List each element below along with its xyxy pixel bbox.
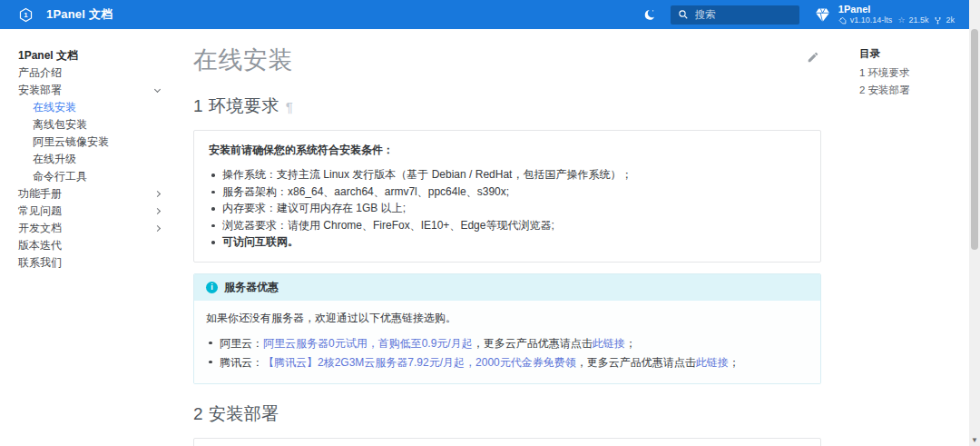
dark-mode-toggle-icon[interactable] xyxy=(642,8,656,22)
discount-suffix: ； xyxy=(729,356,740,369)
fork-icon xyxy=(934,16,942,25)
repo-version: v1.10.14-lts xyxy=(850,15,893,25)
admonition-title: 服务器优惠 xyxy=(224,280,279,295)
page-title: 在线安装 xyxy=(193,44,821,76)
tencent-offer-link[interactable]: 【腾讯云】2核2G3M云服务器7.92元/月起，2000元代金券免费领 xyxy=(263,356,576,369)
sidebar-item-online-upgrade[interactable]: 在线升级 xyxy=(18,151,163,168)
chevron-right-icon xyxy=(154,225,161,232)
sidebar-item-label: 在线安装 xyxy=(33,100,76,115)
sidebar-item-label: 安装部署 xyxy=(18,83,62,98)
discount-suffix: ； xyxy=(625,337,636,350)
sidebar-item-label: 联系我们 xyxy=(18,255,62,271)
tag-icon xyxy=(838,16,847,25)
sidebar-item-feature-manual[interactable]: 功能手册 xyxy=(18,185,163,203)
requirement-item: 内存要求：建议可用内存在 1GB 以上; xyxy=(209,200,806,217)
aliyun-offer-link[interactable]: 阿里云服务器0元试用，首购低至0.9元/月起 xyxy=(263,337,473,350)
sidebar-item-aliyun-image-install[interactable]: 阿里云镜像安装 xyxy=(18,134,163,151)
anchor-pilcrow[interactable]: ¶ xyxy=(286,99,294,114)
requirements-intro: 安装前请确保您的系统符合安装条件： xyxy=(209,143,806,158)
repo-logo-icon xyxy=(814,6,831,24)
search-input[interactable] xyxy=(695,9,792,20)
discount-item-tencent: 腾讯云：【腾讯云】2核2G3M云服务器7.92元/月起，2000元代金券免费领，… xyxy=(206,353,808,372)
sidebar-item-product-intro[interactable]: 产品介绍 xyxy=(18,64,163,82)
sidebar-item-label: 功能手册 xyxy=(18,186,62,202)
discount-list: 阿里云：阿里云服务器0元试用，首购低至0.9元/月起，更多云产品优惠请点击此链接… xyxy=(206,334,808,372)
scrollbar-thumb[interactable] xyxy=(971,29,978,250)
star-icon: ☆ xyxy=(897,15,905,25)
sidebar-item-label: 1Panel 文档 xyxy=(18,48,78,64)
left-sidebar: 1Panel 文档 产品介绍 安装部署 在线安装 离线包安装 阿里云镜像安装 在… xyxy=(18,47,163,272)
chevron-right-icon xyxy=(154,191,161,197)
sidebar-item-label: 常见问题 xyxy=(18,203,62,219)
discount-prefix: 腾讯云： xyxy=(220,356,263,369)
sidebar-item-offline-install[interactable]: 离线包安装 xyxy=(18,116,163,134)
sidebar-item-label: 离线包安装 xyxy=(33,117,87,133)
sidebar-item-contact-us[interactable]: 联系我们 xyxy=(18,254,163,272)
toc-item-deploy[interactable]: 2 安装部署 xyxy=(859,84,966,96)
discount-prefix: 阿里云： xyxy=(220,337,263,350)
sidebar-item-install-deploy[interactable]: 安装部署 xyxy=(18,82,163,99)
requirement-item: 操作系统：支持主流 Linux 发行版本（基于 Debian / RedHat，… xyxy=(209,166,806,183)
table-of-contents: 目录 1 环境要求 2 安装部署 xyxy=(859,47,966,101)
sidebar-item-online-install[interactable]: 在线安装 xyxy=(18,99,163,116)
sidebar-item-label: 阿里云镜像安装 xyxy=(33,134,109,150)
requirements-box: 安装前请确保您的系统符合安装条件： 操作系统：支持主流 Linux 发行版本（基… xyxy=(193,130,821,263)
search-box[interactable] xyxy=(671,5,799,25)
tencent-this-link[interactable]: 此链接 xyxy=(696,356,729,369)
site-title[interactable]: 1Panel 文档 xyxy=(46,6,113,23)
repo-stars: 21.5k xyxy=(908,15,928,25)
section-heading-text: 1 环境要求 xyxy=(193,96,279,115)
section-heading-deploy: 2 安装部署 xyxy=(193,402,821,426)
app-window: 1 1Panel 文档 xyxy=(0,0,980,446)
sidebar-item-cli-tool[interactable]: 命令行工具 xyxy=(18,168,163,185)
server-discount-admonition: i 服务器优惠 如果你还没有服务器，欢迎通过以下优惠链接选购。 阿里云：阿里云服… xyxy=(193,273,821,384)
sidebar-item-release-notes[interactable]: 版本迭代 xyxy=(18,237,163,254)
requirement-item: 浏览器要求：请使用 Chrome、FireFox、IE10+、Edge等现代浏览… xyxy=(209,217,806,234)
repo-forks: 2k xyxy=(946,15,955,25)
search-icon xyxy=(678,9,689,20)
requirement-item: 服务器架构：x86_64、aarch64、armv7l、ppc64le、s390… xyxy=(209,183,806,201)
toc-item-requirements[interactable]: 1 环境要求 xyxy=(859,66,966,79)
chevron-down-icon xyxy=(154,85,161,92)
top-header: 1 1Panel 文档 xyxy=(0,0,969,29)
toc-title: 目录 xyxy=(859,47,966,61)
1panel-logo-icon[interactable]: 1 xyxy=(18,7,34,23)
scrollbar-track[interactable]: ▼ xyxy=(969,0,980,446)
section-heading-requirements: 1 环境要求¶ xyxy=(193,94,821,118)
repo-stats: v1.10.14-lts ☆ 21.5k 2k xyxy=(838,15,956,25)
discount-item-aliyun: 阿里云：阿里云服务器0元试用，首购低至0.9元/月起，更多云产品优惠请点击此链接… xyxy=(206,334,808,353)
svg-text:1: 1 xyxy=(24,11,28,19)
discount-mid: ，更多云产品优惠请点击 xyxy=(576,356,696,369)
aliyun-this-link[interactable]: 此链接 xyxy=(593,337,625,350)
requirements-list: 操作系统：支持主流 Linux 发行版本（基于 Debian / RedHat，… xyxy=(209,166,806,251)
sidebar-item-label: 开发文档 xyxy=(18,221,62,236)
sidebar-item-faq[interactable]: 常见问题 xyxy=(18,203,163,220)
repo-name: 1Panel xyxy=(838,4,956,15)
discount-mid: ，更多云产品优惠请点击 xyxy=(473,337,593,350)
scroll-down-arrow[interactable]: ▼ xyxy=(969,435,980,446)
requirement-item: 可访问互联网。 xyxy=(209,233,806,251)
sidebar-item-label: 在线升级 xyxy=(33,152,76,167)
edit-page-icon[interactable] xyxy=(807,51,819,67)
header-right: 1Panel v1.10.14-lts ☆ 21.5k xyxy=(642,4,956,25)
repo-meta: 1Panel v1.10.14-lts ☆ 21.5k xyxy=(838,4,956,25)
sidebar-item-1panel-docs[interactable]: 1Panel 文档 xyxy=(18,47,163,64)
page-title-row: 在线安装 xyxy=(193,44,821,76)
chevron-right-icon xyxy=(154,208,161,214)
admonition-title-bar: i 服务器优惠 xyxy=(194,274,820,301)
release-link-box: GitHub release 链接: https://github.com/1P… xyxy=(193,438,821,446)
main-content: 在线安装 1 环境要求¶ 安装前请确保您的系统符合安装条件： 操作系统：支持主流… xyxy=(193,29,821,446)
info-icon: i xyxy=(206,282,218,293)
admonition-body: 如果你还没有服务器，欢迎通过以下优惠链接选购。 阿里云：阿里云服务器0元试用，首… xyxy=(194,301,820,383)
sidebar-item-dev-docs[interactable]: 开发文档 xyxy=(18,220,163,237)
repo-widget[interactable]: 1Panel v1.10.14-lts ☆ 21.5k xyxy=(814,4,956,25)
admonition-intro: 如果你还没有服务器，欢迎通过以下优惠链接选购。 xyxy=(206,311,808,326)
header-left: 1 1Panel 文档 xyxy=(18,6,113,23)
sidebar-item-label: 版本迭代 xyxy=(18,238,62,253)
sidebar-item-label: 产品介绍 xyxy=(18,65,62,81)
sidebar-item-label: 命令行工具 xyxy=(33,169,87,184)
